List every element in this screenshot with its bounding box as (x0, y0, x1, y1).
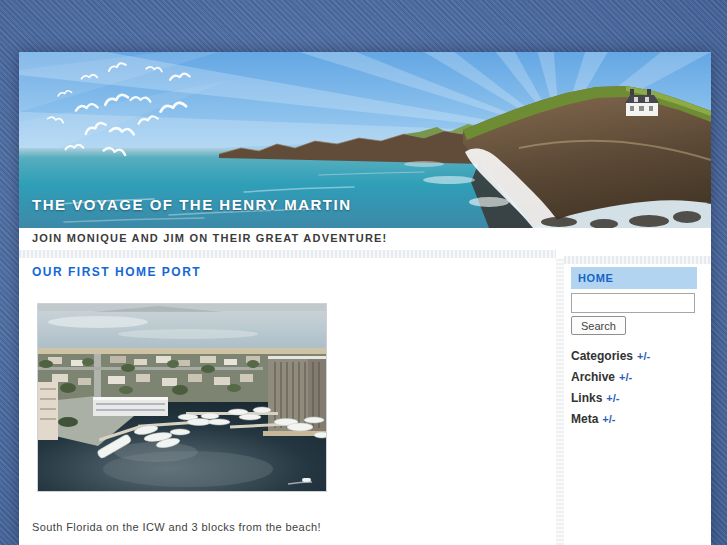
post-title[interactable]: OUR FIRST HOME PORT (32, 265, 201, 279)
section-toggle[interactable]: +/- (619, 371, 632, 383)
section-label: Categories (571, 349, 633, 363)
sidebar-section-links[interactable]: Links+/- (571, 388, 711, 404)
section-toggle[interactable]: +/- (602, 413, 615, 425)
beach-strip (38, 348, 326, 354)
desktop-background: THE VOYAGE OF THE HENRY MARTIN JOIN MONI… (0, 0, 727, 545)
section-toggle[interactable]: +/- (637, 350, 650, 362)
site-header-banner: THE VOYAGE OF THE HENRY MARTIN (19, 52, 711, 228)
sidebar-section-categories[interactable]: Categories+/- (571, 346, 711, 362)
white-condo-building (93, 397, 168, 416)
sidebar-item-home[interactable]: HOME (571, 267, 697, 289)
column-divider (556, 258, 564, 545)
aerial-marina-illustration (38, 304, 326, 491)
texture-separator-main (19, 250, 556, 258)
search-input[interactable] (571, 293, 695, 313)
post-photo-marina (37, 303, 327, 492)
section-label: Archive (571, 370, 615, 384)
section-label: Meta (571, 412, 598, 426)
post-caption: South Florida on the ICW and 3 blocks fr… (32, 521, 321, 533)
search-button[interactable]: Search (571, 316, 626, 335)
texture-separator-sidebar (564, 256, 711, 264)
home-label: HOME (571, 267, 697, 289)
sidebar-section-meta[interactable]: Meta+/- (571, 409, 711, 425)
blog-page: THE VOYAGE OF THE HENRY MARTIN JOIN MONI… (19, 52, 711, 545)
section-label: Links (571, 391, 602, 405)
section-toggle[interactable]: +/- (606, 392, 619, 404)
tagline-bar: JOIN MONIQUE AND JIM ON THEIR GREAT ADVE… (19, 228, 711, 250)
sidebar-section-archive[interactable]: Archive+/- (571, 367, 711, 383)
site-title[interactable]: THE VOYAGE OF THE HENRY MARTIN (32, 196, 351, 213)
site-tagline: JOIN MONIQUE AND JIM ON THEIR GREAT ADVE… (32, 232, 387, 244)
